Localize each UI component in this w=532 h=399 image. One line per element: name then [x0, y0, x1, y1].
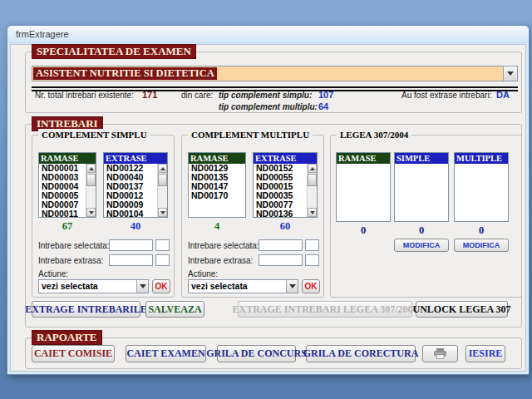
legea-simple-count: 0	[394, 224, 449, 237]
window-title: frmExtragere	[16, 29, 69, 39]
complement-multiplu-group: COMPLEMENT MULTIPLU RAMASE ND00129 ND001…	[181, 135, 324, 298]
cm-extrasa-label: Intrebare extrasa:	[188, 256, 253, 265]
cs-extrase-header: EXTRASE	[104, 153, 167, 164]
scroll-up-icon[interactable]	[86, 164, 96, 173]
complement-multiplu-label: COMPLEMENT MULTIPLU	[188, 129, 313, 140]
scrollbar-thumb[interactable]	[86, 174, 96, 186]
cs-extrasa-input[interactable]	[109, 254, 153, 266]
grila-concurs-button[interactable]: GRILA DE CONCURS	[217, 345, 296, 362]
scroll-down-icon[interactable]	[158, 208, 167, 217]
extrage-legea-button[interactable]: EXTRAGE INTREBARI LEGEA 307/2004	[238, 301, 412, 318]
scrollbar-thumb[interactable]	[158, 174, 167, 186]
cm-selectata-label: Intrebare selectata:	[188, 241, 259, 250]
cm-extrasa-flag-input[interactable]	[305, 254, 319, 266]
cm-actiune-dropdown-button[interactable]	[286, 280, 298, 293]
cs-extrasa-label: Intrebare extrasa:	[38, 256, 103, 265]
window-titlebar[interactable]: frmExtragere	[7, 26, 529, 43]
complement-simplu-label: COMPLEMENT SIMPLU	[38, 129, 150, 140]
cm-extrase-header: EXTRASE	[254, 153, 317, 164]
cm-extrase-listbox[interactable]: EXTRASE ND00152 ND00055 ND00015 ND00035 …	[253, 152, 318, 218]
legea-multiple-count: 0	[454, 224, 509, 237]
legea-multiple-header: MULTIPLE	[455, 153, 508, 164]
cs-extrasa-flag-input[interactable]	[155, 254, 170, 266]
specialitate-combobox[interactable]: ASISTENT NUTRITIE SI DIETETICA	[32, 66, 518, 81]
multiplu-count-value: 64	[318, 101, 328, 111]
iesire-button[interactable]: IESIRE	[466, 345, 505, 362]
specialitate-group: SPECIALITATEA DE EXAMEN ASISTENT NUTRITI…	[25, 52, 522, 113]
unlock-legea-button[interactable]: UNLOCK LEGEA 307	[416, 301, 508, 318]
cs-ramase-count: 67	[38, 220, 96, 233]
cs-extrase-scrollbar[interactable]	[157, 164, 167, 217]
multiplu-count-label: tip complement multiplu:	[219, 102, 318, 111]
din-care-label: din care:	[181, 91, 213, 100]
legea-multiple-listbox[interactable]: MULTIPLE	[454, 152, 509, 222]
list-item[interactable]: ND00170	[191, 191, 245, 200]
app-window: frmExtragere SPECIALITATEA DE EXAMEN ASI…	[7, 25, 530, 375]
extrase-status-value: DA	[496, 90, 510, 100]
specialitate-group-label: SPECIALITATEA DE EXAMEN	[32, 44, 196, 59]
rapoarte-group-label: RAPOARTE	[32, 330, 102, 345]
cm-selectata-flag-input[interactable]	[305, 239, 319, 251]
specialitate-selected-value: ASISTENT NUTRITIE SI DIETETICA	[33, 67, 217, 80]
intrebari-group: INTREBARI COMPLEMENT SIMPLU RAMASE ND000…	[25, 124, 522, 328]
scroll-up-icon[interactable]	[158, 164, 167, 173]
scroll-up-icon[interactable]	[308, 164, 317, 173]
cs-ramase-listbox[interactable]: RAMASE ND00001 ND00003 ND00004 ND00005 N…	[38, 152, 96, 218]
print-button[interactable]	[422, 345, 458, 362]
complement-simplu-group: COMPLEMENT SIMPLU RAMASE ND00001 ND00003…	[32, 135, 175, 298]
form-client-area: SPECIALITATEA DE EXAMEN ASISTENT NUTRITI…	[10, 44, 526, 372]
cm-ok-button[interactable]: OK	[302, 279, 320, 293]
cm-ramase-header: RAMASE	[189, 153, 245, 164]
cs-actiune-dropdown-button[interactable]	[136, 280, 148, 293]
cm-extrasa-input[interactable]	[259, 254, 303, 266]
legea-modifica-simple-button[interactable]: MODIFICA	[394, 239, 449, 252]
caiet-examen-button[interactable]: CAIET EXAMEN	[126, 345, 206, 362]
cs-actiune-label: Actiune:	[38, 269, 68, 278]
scroll-down-icon[interactable]	[308, 208, 317, 217]
legea-simple-listbox[interactable]: SIMPLE	[394, 152, 449, 222]
cm-extrase-count: 60	[253, 220, 318, 233]
cs-selectata-flag-input[interactable]	[155, 239, 170, 251]
legea-group-label: LEGEA 307/2004	[337, 129, 411, 140]
cm-ramase-listbox[interactable]: RAMASE ND00129 ND00135 ND00147 ND00170	[188, 152, 246, 218]
cs-extrase-listbox[interactable]: EXTRASE ND00122 ND00040 ND00137 ND00012 …	[103, 152, 168, 218]
cs-ramase-header: RAMASE	[39, 153, 96, 164]
legea-group: LEGEA 307/2004 RAMASE SIMPLE MULTIPLE 0	[330, 135, 522, 298]
scroll-down-icon[interactable]	[86, 208, 96, 217]
legea-simple-header: SIMPLE	[395, 153, 448, 164]
extrase-status-label: Au fost extrase intrebari:	[401, 91, 491, 100]
total-questions-value: 171	[142, 90, 157, 100]
caiet-comisie-button[interactable]: CAIET COMISIE	[32, 345, 115, 362]
cm-actiune-combobox[interactable]: vezi selectata	[188, 279, 298, 293]
simplu-count-value: 107	[318, 90, 333, 100]
cs-actiune-value: vezi selectata	[39, 280, 136, 293]
simplu-count-label: tip complement simplu:	[219, 91, 312, 100]
cm-selectata-input[interactable]	[259, 239, 303, 251]
cm-actiune-value: vezi selectata	[189, 280, 286, 293]
specialitate-dropdown-button[interactable]	[503, 66, 517, 81]
chevron-down-icon	[140, 284, 146, 288]
cs-ok-button[interactable]: OK	[152, 279, 170, 293]
extrage-intrebarile-button[interactable]: EXTRAGE INTREBARILE	[32, 301, 140, 318]
grila-corectura-button[interactable]: GRILA DE CORECTURA	[306, 345, 416, 362]
legea-modifica-multiple-button[interactable]: MODIFICA	[454, 239, 509, 252]
cm-ramase-count: 4	[188, 220, 246, 233]
rapoarte-group: RAPOARTE CAIET COMISIE CAIET EXAMEN GRIL…	[25, 337, 522, 369]
legea-ramase-header: RAMASE	[337, 153, 390, 164]
cs-selectata-input[interactable]	[109, 239, 153, 251]
cm-actiune-label: Actiune:	[188, 269, 218, 278]
desktop: frmExtragere SPECIALITATEA DE EXAMEN ASI…	[0, 0, 532, 399]
cs-actiune-combobox[interactable]: vezi selectata	[38, 279, 149, 293]
cs-ramase-scrollbar[interactable]	[86, 164, 96, 217]
chevron-down-icon	[507, 71, 514, 76]
legea-ramase-count: 0	[336, 224, 391, 237]
chevron-down-icon	[289, 284, 296, 288]
cm-extrase-scrollbar[interactable]	[307, 164, 317, 217]
total-questions-label: Nr. total intrebari existente:	[35, 91, 134, 100]
legea-ramase-listbox[interactable]: RAMASE	[336, 152, 391, 222]
salveaza-button[interactable]: SALVEAZA	[145, 301, 204, 318]
scrollbar-thumb[interactable]	[308, 174, 317, 186]
printer-icon	[434, 348, 446, 359]
cs-selectata-label: Intrebare selectata:	[38, 241, 110, 250]
cs-extrase-count: 40	[103, 220, 168, 233]
